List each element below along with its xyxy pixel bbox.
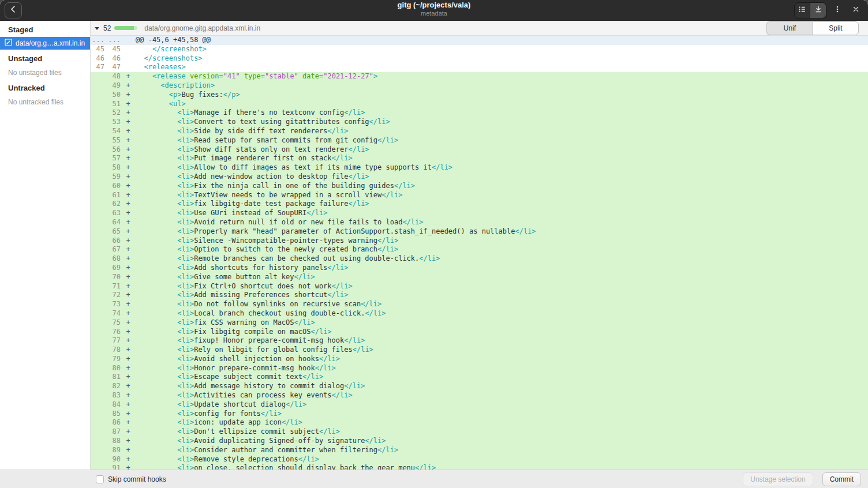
diff-line-row[interactable]: 56+ <li>Show diff stats only on text ren…	[91, 145, 868, 155]
code-token	[136, 245, 177, 253]
diff-line-row[interactable]: 88+ <li>Avoid duplicating Signed-off-by …	[91, 437, 868, 446]
diff-line-row[interactable]: 50+ <p>Bug fixes:</p>	[91, 91, 868, 100]
diff-line-row[interactable]: 57+ <li>Put image renderer first on stac…	[91, 154, 868, 163]
diff-line-row[interactable]: 66+ <li>Silence -Wincompatible-pointer-t…	[91, 237, 868, 246]
code-token: <li>	[177, 245, 194, 253]
gitg-window: gitg (~/projects/vala) metadata	[0, 0, 868, 488]
code-token: </li>	[353, 346, 373, 354]
diff-line-row[interactable]: 73+ <li>Do not follow symlinks on recurs…	[91, 300, 868, 309]
checkbox-box[interactable]	[96, 475, 104, 483]
diff-line-row[interactable]: 4747 <releases>	[91, 63, 868, 72]
diff-line-row[interactable]: 75+ <li>fix CSS warning on MacOS</li>	[91, 318, 868, 328]
line-content: <li>Read setup for smart commits from gi…	[133, 136, 398, 145]
old-line-number	[91, 391, 107, 400]
diff-line-row[interactable]: 64+ <li>Avoid return null if old or new …	[91, 218, 868, 227]
new-line-number: 85	[107, 410, 123, 419]
diff-line-row[interactable]: 78+ <li>Rely on libgit for global config…	[91, 346, 868, 355]
diff-line-row[interactable]: 80+ <li>Honor prepare-commit-msg hook</l…	[91, 364, 868, 373]
diff-line-row[interactable]: 65+ <li>Properly mark "head" parameter o…	[91, 227, 868, 237]
unstage-selection-button[interactable]: Unstage selection	[743, 472, 813, 486]
diff-line-row[interactable]: 4646 </screenshots>	[91, 54, 868, 63]
diff-line-row[interactable]: 74+ <li>Local branch checkout using doub…	[91, 309, 868, 318]
diff-line-row[interactable]: 71+ <li>Fix Ctrl+O shortcut does not wor…	[91, 282, 868, 291]
line-marker: +	[123, 446, 133, 455]
diff-line-row[interactable]: 79+ <li>Avoid shell injection on hooks</…	[91, 355, 868, 364]
download-button[interactable]	[810, 2, 826, 18]
skip-commit-hooks-checkbox[interactable]: Skip commit hooks	[96, 475, 166, 483]
code-token: </li>	[327, 127, 348, 135]
diff-line-row[interactable]: 89+ <li>Consider author and committer wh…	[91, 446, 868, 455]
back-button[interactable]	[5, 2, 22, 18]
diff-line-row[interactable]: 58+ <li>Allow to diff images as text if …	[91, 163, 868, 172]
code-token: <li>	[177, 191, 194, 199]
diff-line-row[interactable]: 4545 </screenshot>	[91, 45, 868, 54]
code-token: </li>	[327, 264, 348, 272]
code-token: <li>	[177, 145, 194, 153]
diff-line-row[interactable]: 51+ <ul>	[91, 100, 868, 109]
diff-line-row[interactable]: 54+ <li>Side by side diff text renderers…	[91, 127, 868, 136]
diff-hunk-row[interactable]: ......@@ -45,6 +45,58 @@	[91, 36, 868, 45]
diff-line-row[interactable]: 72+ <li>Add missing Preferences shortcut…	[91, 291, 868, 300]
unified-view-button[interactable]: Unif	[766, 21, 813, 35]
diff-line-row[interactable]: 84+ <li>Update shortcut dialog</li>	[91, 400, 868, 410]
diff-view[interactable]: ......@@ -45,6 +45,58 @@4545 </screensho…	[91, 36, 868, 470]
split-view-button[interactable]: Split	[813, 21, 859, 35]
line-content: <li>Escape subject commit text</li>	[133, 373, 323, 382]
line-content: <li>fix CSS warning on MacOS</li>	[133, 318, 315, 328]
code-token: =	[219, 72, 223, 80]
diff-line-row[interactable]: 55+ <li>Read setup for smart commits fro…	[91, 136, 868, 145]
code-token: <li>	[177, 118, 194, 126]
new-line-number: 82	[107, 382, 123, 391]
code-token: </li>	[432, 163, 452, 171]
diff-line-row[interactable]: 85+ <li>config for fonts</li>	[91, 410, 868, 419]
code-token: <li>	[177, 400, 194, 408]
diff-line-row[interactable]: 53+ <li>Convert to text using gitattribu…	[91, 118, 868, 127]
commit-button[interactable]: Commit	[822, 472, 861, 486]
diff-line-row[interactable]: 70+ <li>Give some button alt key</li>	[91, 273, 868, 282]
diff-line-row[interactable]: 69+ <li>Add shortcuts for history panels…	[91, 264, 868, 273]
diff-line-row[interactable]: 48+ <release version="41" type="stable" …	[91, 72, 868, 81]
new-line-number: 47	[107, 63, 123, 72]
code-token: <li>	[177, 382, 194, 390]
new-line-number: 54	[107, 127, 123, 136]
diff-line-row[interactable]: 82+ <li>Add message history to commit di…	[91, 382, 868, 391]
diff-line-row[interactable]: 76+ <li>Fix libgitg compile on macOS</li…	[91, 328, 868, 337]
diff-line-row[interactable]: 81+ <li>Escape subject commit text</li>	[91, 373, 868, 382]
close-button[interactable]	[848, 2, 863, 18]
diff-line-row[interactable]: 52+ <li>Manage if there's no textconv co…	[91, 108, 868, 118]
diff-line-row[interactable]: 91+ <li>on close, selection should displ…	[91, 464, 868, 470]
code-token: <li>	[177, 455, 194, 463]
line-marker: +	[123, 254, 133, 264]
diff-line-row[interactable]: 62+ <li>fix libgitg-date test package fa…	[91, 200, 868, 209]
code-token: <li>	[177, 300, 194, 308]
diff-line-row[interactable]: 83+ <li>Activities can process key event…	[91, 391, 868, 400]
diff-line-row[interactable]: 67+ <li>Option to switch to the newly cr…	[91, 245, 868, 254]
expander-icon[interactable]	[94, 25, 100, 31]
diff-line-row[interactable]: 63+ <li>Use GUri instead of SoupURI</li>	[91, 209, 868, 218]
diff-line-row[interactable]: 77+ <li>fixup! Honor prepare-commit-msg …	[91, 336, 868, 346]
diff-line-row[interactable]: 61+ <li>TextView needs to be wrapped in …	[91, 191, 868, 200]
code-token: Allow to diff images as text if its mime…	[194, 163, 432, 171]
code-token: </li>	[394, 182, 415, 190]
diff-line-row[interactable]: 68+ <li>Remote branches can be checked o…	[91, 254, 868, 264]
diff-line-row[interactable]: 90+ <li>Remove style deprecations</li>	[91, 455, 868, 464]
code-token: fix libgitg-date test package failure	[194, 200, 348, 208]
diff-line-row[interactable]: 87+ <li>Don't ellipsize commit subject</…	[91, 427, 868, 437]
line-content: <li>on close, selection should display b…	[133, 464, 436, 470]
code-token: <li>	[177, 273, 194, 281]
code-token: date	[302, 72, 319, 80]
diff-line-row[interactable]: 49+ <description>	[91, 81, 868, 91]
menu-button[interactable]	[830, 2, 845, 18]
code-token: type	[244, 72, 261, 80]
code-token: </li>	[348, 172, 369, 181]
old-line-number	[91, 309, 107, 318]
line-marker: +	[123, 437, 133, 446]
diff-line-row[interactable]: 59+ <li>Add new-window action to desktop…	[91, 172, 868, 182]
diff-line-row[interactable]: 86+ <li>icon: update app icon</li>	[91, 418, 868, 427]
diff-line-row[interactable]: 60+ <li>Fix the ninja call in one of the…	[91, 182, 868, 191]
sidebar-item-staged-file[interactable]: data/org.g…a.xml.in.in	[0, 37, 90, 50]
code-token: "2021-12-27"	[323, 72, 373, 80]
unstaged-empty-text: No unstaged files	[0, 66, 90, 79]
list-view-button[interactable]	[794, 2, 810, 18]
code-token: Escape subject commit text	[194, 373, 302, 381]
